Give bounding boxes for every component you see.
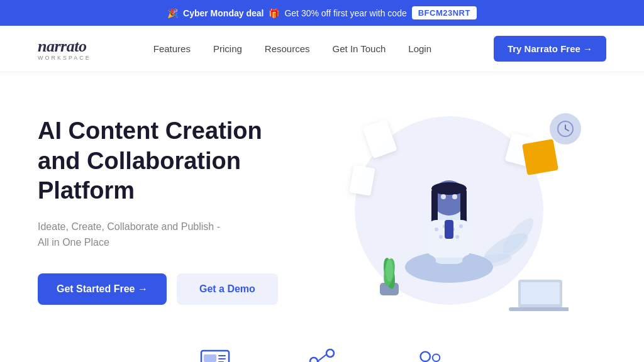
svg-point-17 [439,235,443,239]
offer-text: Get 30% off first year with code [284,8,406,18]
hero-section: AI Content Creation and Collaboration Pl… [0,72,644,336]
svg-point-19 [455,235,459,239]
logo-text: narrato [38,37,86,56]
svg-point-20 [418,255,436,267]
navbar: narrato WORKSPACE Features Pricing Resou… [0,26,644,72]
svg-point-44 [421,352,430,361]
logo-sub: WORKSPACE [38,55,91,61]
hero-subtitle: Ideate, Create, Collaborate and Publish … [38,219,304,251]
svg-point-39 [326,349,334,357]
nav-login[interactable]: Login [408,43,431,54]
nav-resources[interactable]: Resources [265,43,310,54]
nav-pricing[interactable]: Pricing [213,43,242,54]
meditation-figure [342,110,569,311]
branch-icon-item [306,349,338,362]
monitor-icon [199,349,231,362]
svg-point-41 [310,358,318,362]
svg-point-23 [441,194,446,199]
hero-buttons: Get Started Free → Get a Demo [38,273,304,305]
people-icon [413,349,445,362]
svg-rect-30 [521,282,560,304]
people-icon-item [413,349,445,362]
nav-links: Features Pricing Resources Get In Touch … [153,43,431,55]
hero-illustration [304,104,606,317]
get-demo-button[interactable]: Get a Demo [177,273,278,305]
svg-point-13 [435,228,438,231]
hero-title: AI Content Creation and Collaboration Pl… [38,116,304,206]
promo-banner: 🎉 Cyber Monday deal 🎁 Get 30% off first … [0,0,644,26]
deal-text: Cyber Monday deal [183,8,264,18]
promo-code[interactable]: BFCM23NRT [412,6,477,19]
svg-point-28 [386,259,393,282]
nav-contact[interactable]: Get In Touch [333,43,386,54]
get-started-button[interactable]: Get Started Free → [38,273,167,305]
svg-point-45 [433,354,440,361]
svg-rect-22 [445,220,453,239]
svg-line-42 [318,354,326,361]
gift-icon: 🎁 [269,8,279,18]
hero-content: AI Content Creation and Collaboration Pl… [38,116,304,305]
nav-cta-button[interactable]: Try Narrato Free → [494,36,606,62]
svg-rect-35 [204,354,216,362]
svg-point-16 [459,224,463,228]
svg-point-24 [452,194,457,199]
svg-rect-31 [509,307,569,311]
bottom-icons-row [0,336,644,362]
logo[interactable]: narrato WORKSPACE [38,37,91,61]
svg-point-21 [462,255,480,267]
nav-features[interactable]: Features [153,43,191,54]
party-icon: 🎉 [167,8,178,18]
monitor-icon-item [199,349,231,362]
branch-icon [306,349,338,362]
